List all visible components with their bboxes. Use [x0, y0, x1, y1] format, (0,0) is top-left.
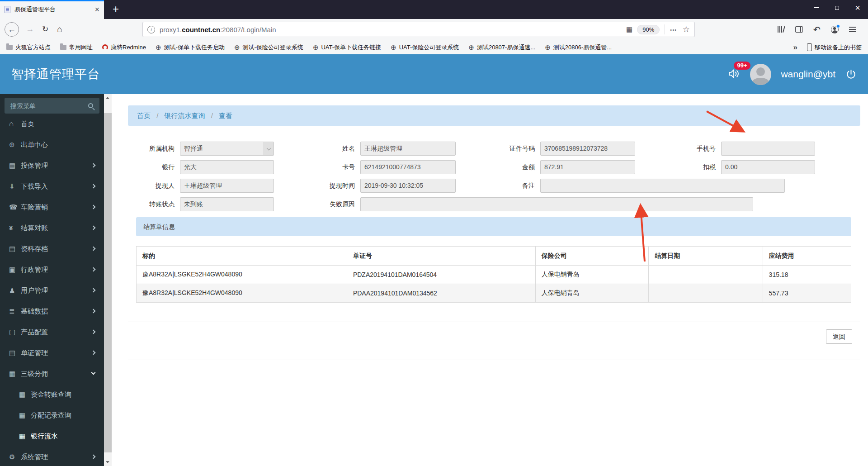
certificate-icon — [9, 342, 21, 363]
fail-reason-field[interactable] — [360, 197, 753, 211]
id-number-field[interactable]: 370685198912073728 — [540, 142, 635, 156]
window-restore-button[interactable] — [826, 0, 847, 15]
tab-close-icon[interactable] — [94, 5, 99, 14]
url-text[interactable]: proxy1.countnet.cn:20807/Login/Main — [160, 26, 626, 33]
bookmark-item[interactable]: UAT-保单下载任务链接 — [313, 43, 381, 52]
back-button[interactable] — [5, 22, 19, 37]
bookmark-star-icon[interactable] — [683, 24, 690, 34]
field-label: 姓名 — [274, 142, 360, 156]
sidebar-search — [5, 98, 99, 114]
browser-tab[interactable]: 易保通管理平台 — [0, 0, 104, 19]
field-label: 卡号 — [274, 160, 360, 174]
scroll-down-icon[interactable] — [104, 458, 112, 466]
sidebar-item-allocation-record-query[interactable]: 分配记录查询 — [0, 405, 104, 426]
sidebar-item-auto-marketing[interactable]: 车险营销 — [0, 197, 104, 218]
new-tab-button[interactable] — [108, 2, 123, 17]
withdraw-time-field[interactable]: 2019-09-30 10:32:05 — [360, 179, 456, 193]
divider — [128, 322, 860, 322]
sidebar-item-admin-mgmt[interactable]: 行政管理 — [0, 259, 104, 280]
column-header: 保险公司 — [535, 247, 648, 266]
bookmark-item[interactable]: 测试-保单下载任务启动 — [156, 43, 225, 52]
forward-button[interactable] — [23, 22, 37, 37]
globe-icon — [545, 44, 551, 51]
mobile-bookmarks[interactable]: 移动设备上的书签 — [807, 43, 862, 52]
sidebar-item-bank-flow[interactable]: 银行流水 — [0, 426, 104, 447]
field-label: 提现时间 — [274, 179, 360, 193]
breadcrumb-home-link[interactable]: 首页 — [137, 112, 151, 119]
notification-dot — [836, 24, 840, 28]
chevron-right-icon — [91, 455, 96, 459]
remark-field[interactable] — [540, 179, 785, 193]
scroll-up-icon[interactable] — [104, 94, 112, 102]
tax-field[interactable]: 0.00 — [721, 160, 815, 174]
breadcrumb-bankflow-link[interactable]: 银行流水查询 — [165, 112, 205, 119]
table-cell: 豫A8R32A|LSGKE52H4GW048090 — [137, 266, 347, 284]
url-bar[interactable]: i proxy1.countnet.cn:20807/Login/Main 90… — [142, 22, 695, 37]
reload-button[interactable] — [38, 22, 52, 37]
bookmark-item[interactable]: 测试-保险公司登录系统 — [234, 43, 303, 52]
library-icon[interactable] — [777, 26, 785, 33]
notifications-button[interactable]: 99+ — [728, 67, 742, 81]
return-button[interactable]: 返回 — [826, 329, 852, 344]
username[interactable]: wanglin@ybt — [781, 69, 835, 80]
sidebar-item-insure-mgmt[interactable]: 投保管理 — [0, 155, 104, 176]
restore-session-icon[interactable] — [813, 24, 821, 35]
phone-field[interactable] — [721, 142, 815, 156]
page-actions-icon[interactable] — [670, 25, 677, 33]
yen-icon — [9, 218, 21, 238]
bookmark-item[interactable]: 康特Redmine — [102, 43, 146, 52]
sidebar-toggle-icon[interactable] — [795, 26, 803, 33]
bookmark-item[interactable]: 测试20807-易保通速... — [468, 43, 535, 52]
sidebar-scrollbar[interactable] — [104, 94, 112, 466]
qr-extension-icon[interactable] — [626, 25, 632, 33]
menu-icon[interactable] — [849, 27, 856, 32]
chevron-right-icon — [91, 205, 96, 209]
sidebar-item-home[interactable]: 首页 — [0, 114, 104, 134]
grid-icon — [19, 426, 31, 447]
transfer-status-field[interactable]: 未到账 — [180, 197, 274, 211]
menu-search-input[interactable] — [9, 102, 88, 110]
bank-field[interactable]: 光大 — [180, 160, 274, 174]
bookmark-item[interactable]: 火狐官方站点 — [6, 43, 51, 52]
chevron-down-icon — [91, 371, 96, 375]
zoom-indicator[interactable]: 90% — [637, 25, 660, 34]
sidebar: 首页 出单中心 投保管理 下载导入 车险营销 结算对账 资料存档 行政管理 用户… — [0, 94, 104, 466]
bookmark-item[interactable]: 常用网址 — [60, 43, 93, 52]
globe-icon — [391, 44, 396, 51]
sidebar-item-download-import[interactable]: 下载导入 — [0, 176, 104, 197]
sidebar-item-user-mgmt[interactable]: 用户管理 — [0, 280, 104, 301]
window-minimize-button[interactable] — [806, 0, 826, 15]
scrollbar-thumb[interactable] — [104, 113, 112, 452]
table-cell: 人保电销青岛 — [535, 284, 648, 303]
sidebar-item-issue-center[interactable]: 出单中心 — [0, 134, 104, 155]
sidebar-item-system-mgmt[interactable]: 系统管理 — [0, 447, 104, 466]
sidebar-item-product-config[interactable]: 产品配置 — [0, 322, 104, 342]
card-number-field[interactable]: 6214921000774873 — [360, 160, 456, 174]
bookmark-item[interactable]: 测试20806-易保通管... — [545, 43, 612, 52]
site-info-icon[interactable]: i — [147, 26, 155, 33]
withdrawer-field[interactable]: 王琳超级管理 — [180, 179, 274, 193]
bookmark-item[interactable]: UAT-保险公司登录系统 — [391, 43, 459, 52]
sidebar-item-fund-transfer-query[interactable]: 资金转账查询 — [0, 384, 104, 405]
name-field[interactable]: 王琳超级管理 — [360, 142, 456, 156]
amount-field[interactable]: 872.91 — [540, 160, 635, 174]
logout-power-icon[interactable] — [845, 68, 857, 81]
notification-badge: 99+ — [734, 62, 750, 70]
window-close-button[interactable] — [847, 0, 868, 15]
account-icon[interactable] — [831, 26, 839, 33]
avatar[interactable] — [750, 64, 771, 85]
sidebar-item-base-data[interactable]: 基础数据 — [0, 301, 104, 322]
sidebar-item-certificate-mgmt[interactable]: 单证管理 — [0, 342, 104, 363]
search-icon[interactable] — [88, 103, 93, 108]
bookmarks-overflow-icon[interactable] — [793, 43, 797, 52]
table-cell — [649, 266, 763, 284]
org-select[interactable]: 智择通 — [180, 142, 274, 156]
home-icon — [9, 114, 21, 134]
sidebar-item-settlement[interactable]: 结算对账 — [0, 218, 104, 238]
home-button[interactable] — [52, 22, 67, 37]
chevron-right-icon — [91, 163, 96, 168]
table-cell: 豫A8R32A|LSGKE52H4GW048090 — [137, 284, 347, 303]
sidebar-item-archive[interactable]: 资料存档 — [0, 238, 104, 259]
app-title: 智择通管理平台 — [11, 66, 100, 82]
sidebar-item-commission[interactable]: 三级分佣 — [0, 363, 104, 384]
